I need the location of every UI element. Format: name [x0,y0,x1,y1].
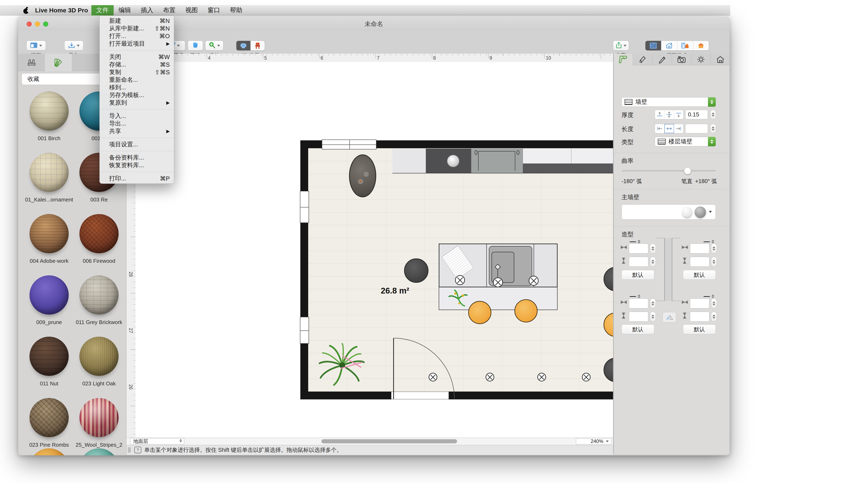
tab-building[interactable] [711,54,730,65]
menu-item-export[interactable]: 导出... [100,120,174,127]
view-button[interactable] [26,41,46,51]
import-button[interactable] [64,41,83,51]
view-mode-elevation-segment[interactable] [661,41,677,50]
curvature-slider[interactable] [622,170,716,172]
help-icon[interactable]: ? [134,447,141,453]
rep2d-front-view-segment[interactable] [251,41,265,50]
tab-camera[interactable] [672,54,691,65]
texture-001-birch[interactable] [30,91,69,131]
cap-width-input[interactable] [629,244,648,253]
menu-item-open-recent[interactable]: 打开最近项目▶ [100,40,174,48]
align-center-button[interactable] [664,110,674,119]
tab-furniture-library[interactable] [18,54,45,71]
texture-pine-rombs[interactable] [30,398,69,437]
cap-width-stepper[interactable] [711,244,717,253]
cap-height-stepper[interactable] [650,257,656,267]
menu-item-rename[interactable]: 重新命名... [100,76,174,84]
texture-kaleidoscope-ornament[interactable] [30,153,69,192]
drag-handle-icon[interactable] [128,447,131,453]
share-button[interactable] [613,41,629,51]
flip-button[interactable] [662,312,676,322]
cap-height-input[interactable] [629,257,648,267]
menubar-item-window[interactable]: 窗口 [203,5,225,16]
anchor-left-button[interactable] [655,124,664,133]
menu-item-save-as-template[interactable]: 另存为模板... [100,91,174,99]
menubar-item-file[interactable]: 文件 [91,5,114,16]
default-button[interactable]: 默认 [621,324,654,334]
tab-materials-library[interactable] [45,54,72,71]
cap-height-input[interactable] [690,257,709,267]
texture-adobe-work[interactable] [30,214,69,253]
length-input[interactable] [685,124,708,133]
thickness-input[interactable]: 0.15 [685,110,708,119]
app-name[interactable]: Live Home 3D Pro [35,7,88,14]
cap-width-input[interactable] [690,244,709,253]
texture-firewood[interactable] [80,214,119,253]
canvas-zoom-select[interactable]: 240% [576,438,611,445]
cap-height-stepper[interactable] [711,257,717,267]
menubar-item-help[interactable]: 帮助 [225,5,247,16]
menu-item-new-from-library[interactable]: 从库中新建...⇧⌘N [100,25,174,32]
horizontal-scrollbar[interactable] [321,439,457,444]
cap-width-stepper[interactable] [711,299,717,308]
menu-item-restore-library[interactable]: 恢复资料库... [100,162,174,169]
cap-width-input[interactable] [690,299,709,308]
texture-grey-brickwork[interactable] [80,275,119,315]
align-bottom-button[interactable] [674,110,683,119]
texture-partial-orange[interactable] [30,448,69,455]
menu-item-close[interactable]: 关闭⌘W [100,53,174,61]
menu-item-project-settings[interactable]: 项目设置... [100,141,174,148]
tab-materials[interactable] [633,54,652,65]
menu-item-backup-library[interactable]: 备份资料库... [100,154,174,162]
menu-item-share[interactable]: 共享▶ [100,127,174,135]
pan-button[interactable] [188,41,203,51]
cap-height-input[interactable] [690,312,709,321]
cap-height-stepper[interactable] [650,312,656,321]
default-button[interactable]: 默认 [683,270,716,280]
texture-light-oak[interactable] [80,337,119,376]
anchor-right-button[interactable] [674,124,683,133]
cap-height-stepper[interactable] [711,312,717,321]
view-mode-3d-segment[interactable] [693,41,709,50]
menu-item-save[interactable]: 存储...⌘S [100,61,174,68]
menu-item-open[interactable]: 打开...⌘O [100,32,174,40]
cap-height-input[interactable] [629,312,648,321]
drawing-area[interactable]: 26.8 m² [135,62,613,437]
cap-width-stepper[interactable] [650,299,656,308]
cap-width-input[interactable] [629,299,648,308]
texture-wool-stripes[interactable] [80,398,119,437]
floor-plan-room[interactable]: 26.8 m² [300,140,613,399]
menu-item-new[interactable]: 新建⌘N [100,17,174,25]
menubar-item-insert[interactable]: 插入 [136,5,158,16]
floor-select[interactable]: 地面层 [130,438,184,445]
menu-item-revert-to[interactable]: 复原到▶ [100,99,174,107]
menu-item-print[interactable]: 打印...⌘P [100,175,174,182]
menubar-item-edit[interactable]: 编辑 [114,5,136,16]
object-type-dropdown[interactable]: 墙壁 [621,97,716,107]
wall-type-dropdown[interactable]: 楼层墙壁 [655,137,716,146]
apple-icon[interactable] [23,6,30,15]
default-button[interactable]: 默认 [683,324,716,334]
align-top-button[interactable] [655,110,664,119]
menu-item-import[interactable]: 导入... [100,112,174,120]
cap-width-stepper[interactable] [650,244,656,253]
thickness-stepper[interactable] [710,110,716,119]
tab-edit[interactable] [652,54,672,65]
curvature-knob[interactable] [684,167,691,174]
rep2d-top-view-segment[interactable] [237,41,251,50]
texture-partial-teal[interactable] [80,448,119,455]
default-button[interactable]: 默认 [621,270,654,280]
length-stepper[interactable] [710,124,716,133]
texture-prune[interactable] [30,275,69,315]
tab-dimensions[interactable] [614,54,633,65]
view-mode-split-segment[interactable] [677,41,693,50]
view-mode-plan-segment[interactable] [645,41,661,50]
menubar-item-arrange[interactable]: 布置 [158,5,181,16]
zoom-tool-button[interactable] [205,41,223,51]
texture-nut[interactable] [30,337,69,376]
tab-light[interactable] [691,54,711,65]
anchor-both-button[interactable] [664,124,674,133]
menu-item-move-to[interactable]: 移到... [100,84,174,91]
menu-item-duplicate[interactable]: 复制⇧⌘S [100,68,174,76]
menubar-item-view[interactable]: 视图 [181,5,203,16]
